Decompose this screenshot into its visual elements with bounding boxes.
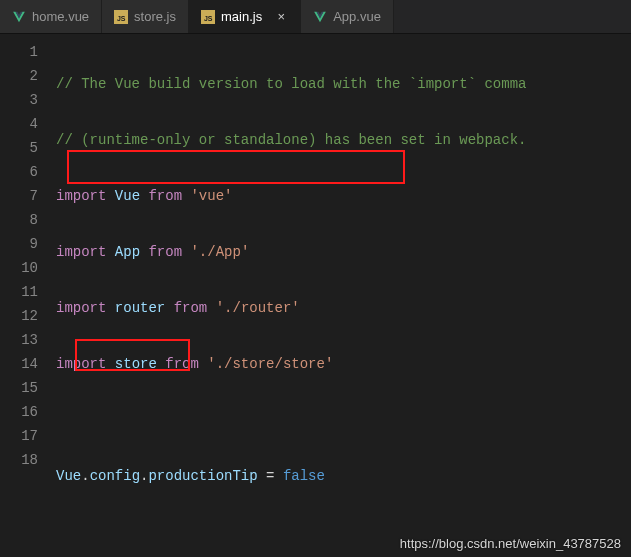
watermark: https://blog.csdn.net/weixin_43787528 [400,536,621,551]
svg-text:JS: JS [117,14,126,21]
line-number: 1 [0,40,56,64]
close-icon[interactable]: × [274,9,288,24]
line-number: 9 [0,232,56,256]
line-number: 12 [0,304,56,328]
tab-main-js[interactable]: JS main.js × [189,0,301,33]
line-number: 16 [0,400,56,424]
svg-text:JS: JS [204,14,213,21]
editor-tabs: home.vue JS store.js JS main.js × App.vu… [0,0,631,34]
tab-label: store.js [134,9,176,24]
line-gutter: 1 2 3 4 5 6 7 8 9 10 11 12 13 14 15 16 1… [0,34,56,557]
line-number: 14 [0,352,56,376]
tab-label: main.js [221,9,262,24]
line-number: 18 [0,448,56,472]
line-number: 8 [0,208,56,232]
code-area[interactable]: // The Vue build version to load with th… [56,34,631,557]
line-number: 10 [0,256,56,280]
code-editor[interactable]: 1 2 3 4 5 6 7 8 9 10 11 12 13 14 15 16 1… [0,34,631,557]
line-number: 3 [0,88,56,112]
tab-label: App.vue [333,9,381,24]
line-number: 4 [0,112,56,136]
tab-store-js[interactable]: JS store.js [102,0,189,33]
vue-icon [313,10,327,24]
line-number: 15 [0,376,56,400]
code-comment: // (runtime-only or standalone) has been… [56,132,526,148]
vue-icon [12,10,26,24]
js-icon: JS [201,10,215,24]
line-number: 17 [0,424,56,448]
line-number: 5 [0,136,56,160]
line-number: 11 [0,280,56,304]
js-icon: JS [114,10,128,24]
line-number: 13 [0,328,56,352]
line-number: 6 [0,160,56,184]
tab-app-vue[interactable]: App.vue [301,0,394,33]
tab-label: home.vue [32,9,89,24]
code-comment: // The Vue build version to load with th… [56,76,526,92]
line-number: 7 [0,184,56,208]
tab-home-vue[interactable]: home.vue [0,0,102,33]
line-number: 2 [0,64,56,88]
